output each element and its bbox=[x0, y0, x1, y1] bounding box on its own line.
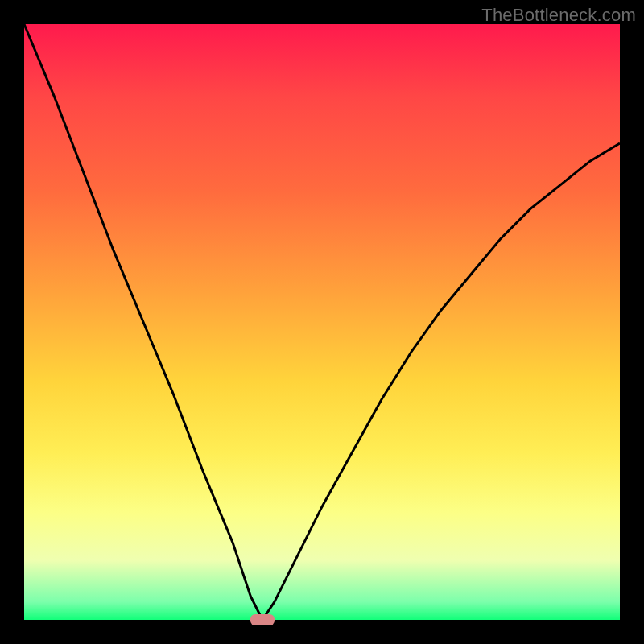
watermark-text: TheBottleneck.com bbox=[481, 5, 636, 26]
chart-frame: TheBottleneck.com bbox=[0, 0, 644, 644]
minimum-marker bbox=[250, 614, 275, 626]
curve-line bbox=[24, 24, 620, 620]
bottleneck-curve bbox=[24, 24, 620, 620]
